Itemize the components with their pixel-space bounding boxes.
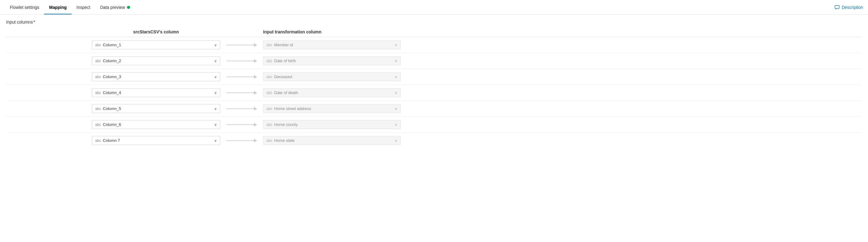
target-col-name-2: Deceased: [274, 75, 395, 79]
data-preview-status-dot: [127, 6, 130, 9]
main-content: Input columns* srcStarsCSV's column Inpu…: [0, 15, 868, 153]
target-col-name-6: Home state: [274, 138, 395, 143]
tab-flowlet-settings[interactable]: Flowlet settings: [5, 1, 44, 14]
src-dropdown-4[interactable]: abc Column_5 ∨: [92, 104, 220, 113]
chevron-down-icon-src-5: ∨: [214, 123, 217, 127]
chevron-down-icon-src-1: ∨: [214, 59, 217, 63]
src-col-name-6: Column 7: [103, 138, 214, 143]
mapping-rows-container: abc Column_1 ∨ abc Member id ∨ abc Colum…: [6, 37, 862, 148]
arrow-4: [220, 108, 263, 109]
required-star: *: [33, 20, 35, 25]
target-dropdown-6[interactable]: abc Home state ∨: [263, 136, 401, 145]
src-dropdown-2[interactable]: abc Column_3 ∨: [92, 72, 220, 81]
tab-inspect[interactable]: Inspect: [71, 1, 95, 14]
arrow-line-0: [226, 45, 257, 45]
target-col-name-0: Member id: [274, 43, 395, 47]
mapping-row: abc Column 7 ∨ abc Home state ∨: [6, 132, 862, 148]
transform-column-header: Input transformation column: [263, 29, 401, 34]
description-button[interactable]: Description: [834, 5, 863, 10]
abc-label-target-1: abc: [267, 59, 272, 63]
target-dropdown-2[interactable]: abc Deceased ∨: [263, 72, 401, 81]
abc-label-src-2: abc: [95, 75, 101, 79]
src-col-name-0: Column_1: [103, 43, 214, 47]
chevron-down-icon-target-0: ∨: [395, 43, 397, 47]
chevron-down-icon-target-6: ∨: [395, 138, 397, 143]
src-col-name-2: Column_3: [103, 75, 214, 79]
chevron-down-icon-target-3: ∨: [395, 91, 397, 95]
arrow-6: [220, 140, 263, 141]
abc-label-src-3: abc: [95, 91, 101, 95]
comment-icon: [834, 5, 840, 10]
tab-mapping[interactable]: Mapping: [44, 1, 71, 14]
arrow-line-6: [226, 140, 257, 141]
columns-header: srcStarsCSV's column Input transformatio…: [6, 29, 862, 34]
chevron-down-icon-target-5: ∨: [395, 123, 397, 127]
chevron-down-icon-src-3: ∨: [214, 91, 217, 95]
arrow-2: [220, 77, 263, 77]
chevron-down-icon-target-4: ∨: [395, 107, 397, 111]
src-col-name-5: Column_6: [103, 122, 214, 127]
mapping-row: abc Column_5 ∨ abc Home street address ∨: [6, 101, 862, 116]
arrow-3: [220, 92, 263, 93]
description-label: Description: [842, 5, 863, 10]
src-col-name-1: Column_2: [103, 58, 214, 63]
src-col-name-4: Column_5: [103, 106, 214, 111]
arrow-line-2: [226, 77, 257, 77]
arrow-0: [220, 45, 263, 45]
src-dropdown-1[interactable]: abc Column_2 ∨: [92, 56, 220, 65]
src-dropdown-5[interactable]: abc Column_6 ∨: [92, 120, 220, 129]
chevron-down-icon-target-2: ∨: [395, 75, 397, 79]
top-nav: Flowlet settings Mapping Inspect Data pr…: [0, 0, 868, 15]
abc-label-target-3: abc: [267, 91, 272, 95]
abc-label-target-6: abc: [267, 138, 272, 143]
chevron-down-icon-target-1: ∨: [395, 59, 397, 63]
abc-label-src-4: abc: [95, 107, 101, 111]
chevron-down-icon-src-2: ∨: [214, 75, 217, 79]
target-dropdown-0[interactable]: abc Member id ∨: [263, 41, 401, 49]
abc-label-target-4: abc: [267, 107, 272, 111]
chevron-down-icon-src-6: ∨: [214, 138, 217, 143]
arrow-line-1: [226, 61, 257, 61]
tab-data-preview[interactable]: Data preview: [95, 1, 135, 14]
mapping-row: abc Column_2 ∨ abc Date of birth ∨: [6, 53, 862, 69]
abc-label-src-6: abc: [95, 138, 101, 143]
abc-label-target-5: abc: [267, 123, 272, 127]
arrow-line-4: [226, 108, 257, 109]
target-dropdown-5[interactable]: abc Home county ∨: [263, 120, 401, 129]
target-dropdown-3[interactable]: abc Date of death ∨: [263, 88, 401, 97]
src-column-header: srcStarsCSV's column: [92, 29, 220, 34]
target-col-name-4: Home street address: [274, 106, 395, 111]
src-dropdown-6[interactable]: abc Column 7 ∨: [92, 136, 220, 145]
mapping-row: abc Column_6 ∨ abc Home county ∨: [6, 116, 862, 132]
svg-rect-0: [835, 5, 839, 8]
mapping-row: abc Column_3 ∨ abc Deceased ∨: [6, 69, 862, 84]
abc-label-src-5: abc: [95, 123, 101, 127]
input-columns-label: Input columns*: [6, 20, 862, 25]
target-col-name-5: Home county: [274, 122, 395, 127]
src-dropdown-3[interactable]: abc Column_4 ∨: [92, 88, 220, 97]
arrow-line-3: [226, 92, 257, 93]
chevron-down-icon-src-4: ∨: [214, 107, 217, 111]
target-col-name-3: Date of death: [274, 90, 395, 95]
src-dropdown-0[interactable]: abc Column_1 ∨: [92, 41, 220, 49]
arrow-5: [220, 124, 263, 125]
mapping-row: abc Column_4 ∨ abc Date of death ∨: [6, 84, 862, 101]
target-dropdown-4[interactable]: abc Home street address ∨: [263, 104, 401, 113]
arrow-1: [220, 61, 263, 61]
target-dropdown-1[interactable]: abc Date of birth ∨: [263, 56, 401, 65]
abc-label-target-0: abc: [267, 43, 272, 47]
abc-label-target-2: abc: [267, 75, 272, 79]
target-col-name-1: Date of birth: [274, 58, 395, 63]
mapping-row: abc Column_1 ∨ abc Member id ∨: [6, 37, 862, 53]
chevron-down-icon-src-0: ∨: [214, 43, 217, 47]
abc-label-src-0: abc: [95, 43, 101, 47]
abc-label-src-1: abc: [95, 59, 101, 63]
src-col-name-3: Column_4: [103, 90, 214, 95]
arrow-line-5: [226, 124, 257, 125]
